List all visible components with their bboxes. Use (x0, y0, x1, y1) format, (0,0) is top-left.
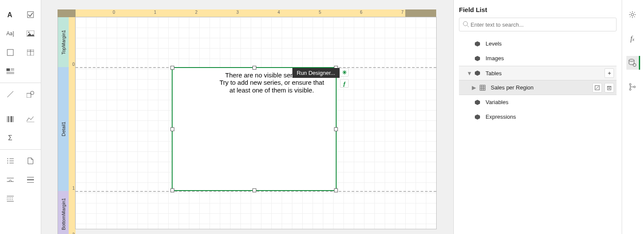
text-bold-tool[interactable]: A (0, 5, 21, 24)
checkbox-tool[interactable] (21, 5, 41, 24)
resize-handle[interactable] (170, 66, 174, 70)
shape-tool[interactable] (21, 85, 41, 104)
crossband-tool[interactable] (0, 189, 21, 208)
run-designer-smart-tag[interactable]: ✳ (340, 68, 349, 77)
top-margin-band[interactable]: TopMargin1 (58, 17, 69, 67)
ruler-tick: 6 (323, 9, 364, 17)
tables-group[interactable]: ▼Tables＋ (459, 66, 617, 80)
sales-per-region-table[interactable]: ▶Sales per Region (459, 80, 617, 95)
svg-rect-2 (27, 31, 34, 37)
svg-point-59 (633, 64, 636, 67)
ruler-tick: 4 (240, 9, 282, 17)
field-list-title: Field List (459, 6, 617, 13)
cube-icon (474, 70, 481, 76)
toolbox: A Aa] Σ (0, 0, 41, 234)
properties-rail[interactable] (626, 8, 640, 22)
run-designer-tooltip: Run Designer... (292, 68, 340, 78)
field-search-input[interactable] (470, 21, 613, 28)
table-tool[interactable] (21, 43, 41, 62)
richtext-tool[interactable] (0, 62, 21, 81)
svg-rect-4 (7, 49, 13, 55)
svg-point-3 (28, 32, 30, 33)
svg-line-38 (467, 25, 469, 27)
svg-point-62 (634, 86, 635, 88)
pagebreak-top-tool[interactable] (0, 170, 21, 189)
vertical-ruler[interactable]: 012 (69, 17, 76, 229)
detail-band[interactable]: Detail1 (58, 67, 69, 191)
barcode-tool[interactable] (0, 110, 21, 129)
svg-line-56 (630, 16, 631, 17)
ruler-tick: 7 (364, 9, 405, 17)
svg-point-37 (463, 22, 468, 26)
images-group[interactable]: Images (459, 51, 617, 66)
svg-point-15 (30, 91, 34, 95)
grid-icon (480, 85, 486, 91)
cube-icon (474, 41, 481, 47)
variables-group[interactable]: Variables (459, 95, 617, 110)
svg-point-61 (629, 89, 631, 90)
pagebreak-center-tool[interactable] (21, 170, 41, 189)
svg-point-26 (7, 163, 8, 163)
svg-point-58 (629, 59, 634, 62)
report-explorer-rail[interactable] (626, 80, 640, 94)
svg-rect-1 (27, 12, 33, 18)
bottom-margin-band[interactable]: BottomMargin1 (58, 191, 69, 234)
cube-icon (474, 55, 481, 62)
ruler-tick: 0 (76, 9, 117, 17)
resize-handle[interactable] (170, 127, 174, 131)
svg-point-24 (7, 160, 8, 161)
page-tool[interactable] (21, 151, 41, 170)
data-rail[interactable] (626, 56, 640, 70)
levels-group[interactable]: Levels (459, 37, 617, 51)
ruler-margin-right (405, 9, 436, 17)
ruler-tick: 3 (199, 9, 240, 17)
svg-line-54 (630, 12, 631, 13)
field-search[interactable] (459, 18, 617, 31)
label-tool[interactable]: Aa] (0, 24, 21, 43)
aggregate-tool[interactable]: Σ (0, 129, 21, 148)
picture-tool[interactable] (21, 24, 41, 43)
resize-handle[interactable] (170, 188, 174, 192)
design-surface[interactable]: There are no visible series in theTry to… (76, 17, 436, 229)
band-labels: TopMargin1Detail1BottomMargin1 (58, 17, 69, 229)
panel-tool[interactable] (0, 43, 21, 62)
svg-line-57 (634, 12, 635, 13)
selected-chart[interactable]: There are no visible series in theTry to… (172, 67, 337, 191)
search-icon (463, 21, 470, 28)
ruler-corner (58, 9, 76, 17)
svg-rect-39 (480, 85, 485, 90)
svg-rect-14 (27, 93, 31, 98)
svg-rect-45 (608, 86, 611, 90)
chart-tool[interactable] (21, 110, 41, 129)
edit-table-button[interactable] (592, 83, 602, 92)
right-rail: fx (622, 0, 644, 234)
list-tool[interactable] (0, 151, 21, 170)
svg-point-60 (629, 83, 631, 85)
svg-text:A: A (7, 11, 12, 18)
chevron-right-icon: ▶ (472, 84, 478, 91)
horizontal-ruler[interactable]: 01234567 (76, 9, 436, 17)
svg-rect-8 (6, 68, 10, 71)
ruler-tick: 1 (117, 9, 158, 17)
resize-handle[interactable] (334, 127, 338, 131)
resize-handle[interactable] (252, 66, 256, 70)
svg-line-55 (634, 16, 635, 17)
ruler-tick: 2 (158, 9, 199, 17)
cube-icon (474, 99, 481, 105)
field-list-panel: Field List LevelsImages▼Tables＋▶Sales pe… (453, 0, 622, 234)
svg-line-13 (7, 91, 13, 97)
line-tool[interactable] (0, 85, 21, 104)
data-binding-smart-tag[interactable]: ƒ (340, 79, 349, 88)
chevron-down-icon: ▼ (467, 70, 473, 77)
svg-point-22 (7, 158, 8, 159)
svg-point-49 (631, 13, 634, 16)
svg-rect-5 (27, 49, 34, 55)
resize-handle[interactable] (252, 188, 256, 192)
expressions-group[interactable]: Expressions (459, 110, 617, 124)
design-canvas: 01234567 TopMargin1Detail1BottomMargin1 … (41, 0, 453, 234)
add-table-button[interactable]: ＋ (605, 68, 614, 78)
resize-handle[interactable] (334, 188, 338, 192)
delete-table-button[interactable] (605, 83, 614, 92)
ruler-tick: 5 (282, 9, 323, 17)
expressions-rail[interactable]: fx (626, 32, 640, 46)
